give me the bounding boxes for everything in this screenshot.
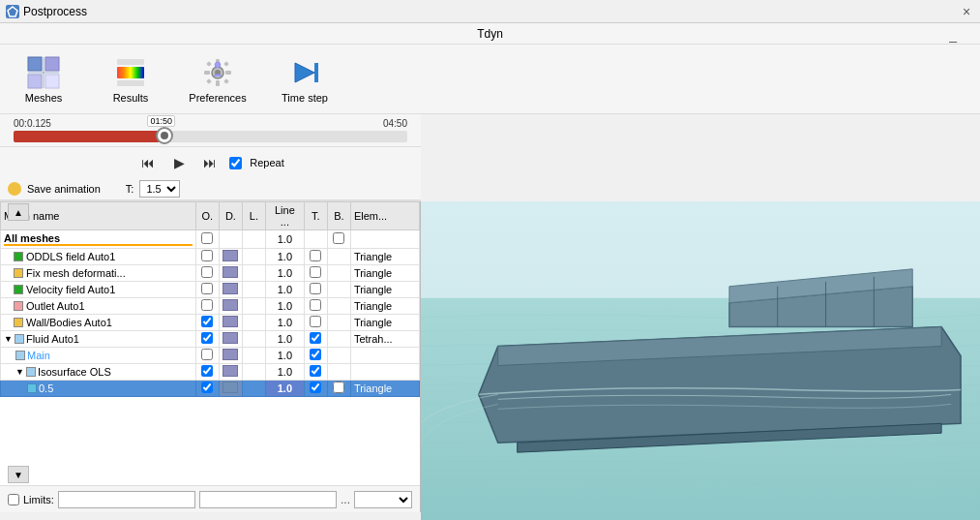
main-line: 1.0 — [265, 348, 304, 364]
outlet-label: Outlet Auto1 — [26, 300, 85, 312]
limits-dots-btn[interactable]: ... — [341, 493, 350, 506]
svg-rect-7 — [117, 67, 144, 78]
fluid-expand-icon[interactable]: ▼ — [4, 334, 13, 344]
outlet-o[interactable] — [195, 298, 219, 315]
main-d — [219, 348, 242, 364]
limits-checkbox[interactable] — [8, 494, 19, 505]
all-meshes-o[interactable] — [195, 230, 219, 249]
velocity-elem: Triangle — [350, 282, 419, 298]
repeat-checkbox[interactable] — [229, 157, 242, 169]
timeline-header: 00:0.125 04:50 — [14, 118, 407, 129]
svg-rect-3 — [28, 75, 42, 88]
fix-elem: Triangle — [350, 265, 419, 282]
preferences-label: Preferences — [189, 92, 246, 104]
all-meshes-o-check[interactable] — [201, 232, 213, 244]
col-d: D. — [219, 202, 242, 230]
list-item[interactable]: ODDLS field Auto1 1.0 Triangle — [1, 249, 420, 265]
limits-input-right[interactable] — [199, 491, 337, 508]
playback-controls: ⏮ ▶ ⏭ Repeat — [0, 147, 421, 178]
outlet-t[interactable] — [304, 298, 327, 315]
half-o[interactable] — [195, 381, 219, 397]
oddls-o-check[interactable] — [201, 250, 213, 261]
list-item[interactable]: Fix mesh deformati... 1.0 Triangle — [1, 265, 420, 282]
fluid-t[interactable] — [304, 331, 327, 348]
toolbar-preferences[interactable]: Preferences — [174, 46, 261, 112]
limits-dropdown[interactable] — [354, 491, 412, 508]
main-t[interactable] — [304, 348, 327, 364]
fluid-color — [15, 334, 24, 344]
timeline-track[interactable]: 01:50 — [14, 131, 407, 142]
toolbar-timestep[interactable]: Time step — [261, 46, 348, 112]
list-item[interactable]: Velocity field Auto1 1.0 Triangle — [1, 282, 420, 298]
list-item[interactable]: Main 1.0 — [1, 348, 420, 364]
toolbar-meshes[interactable]: Meshes — [0, 46, 87, 112]
svg-rect-9 — [117, 80, 144, 86]
velocity-o[interactable] — [195, 282, 219, 298]
limits-input-left[interactable] — [58, 491, 195, 508]
t-select[interactable]: 1.5 2.0 2.5 — [139, 180, 180, 198]
play-button[interactable]: ▶ — [167, 151, 191, 174]
scroll-down-button[interactable]: ▼ — [8, 466, 29, 483]
outlet-d — [219, 298, 242, 315]
svg-rect-19 — [223, 78, 229, 84]
minimize-button[interactable]: _ — [949, 27, 957, 43]
fix-t[interactable] — [304, 265, 327, 282]
isosurface-t[interactable] — [304, 364, 327, 381]
list-item[interactable]: Wall/Bodies Auto1 1.0 Triangle — [1, 315, 420, 331]
wall-t[interactable] — [304, 315, 327, 331]
all-meshes-row[interactable]: All meshes 1.0 — [1, 230, 420, 249]
oddls-t-check[interactable] — [310, 250, 321, 261]
table-header-row: Mesh name O. D. L. Line ... T. B. Elem..… — [1, 202, 420, 230]
oddls-t[interactable] — [304, 249, 327, 265]
toolbar-results[interactable]: Results — [87, 46, 174, 112]
all-meshes-elem — [350, 230, 419, 249]
oddls-o[interactable] — [195, 249, 219, 265]
meshes-icon — [26, 55, 61, 90]
left-panel: ▲ Mesh name O. D. L. Line ... T. B. Elem — [0, 201, 421, 512]
wall-b — [327, 315, 350, 331]
main-o[interactable] — [195, 348, 219, 364]
svg-rect-16 — [206, 61, 212, 67]
all-meshes-b[interactable] — [327, 230, 350, 249]
half-t[interactable] — [304, 381, 327, 397]
timeline-thumb[interactable] — [156, 127, 173, 144]
col-line: Line ... — [265, 202, 304, 230]
list-item[interactable]: 0.5 1.0 Triangle — [1, 381, 420, 397]
col-t: T. — [304, 202, 327, 230]
save-animation-label[interactable]: Save animation — [27, 183, 101, 195]
all-meshes-t — [304, 230, 327, 249]
fluid-elem: Tetrah... — [350, 331, 419, 348]
wall-color — [14, 318, 23, 327]
isosurface-o[interactable] — [195, 364, 219, 381]
svg-rect-17 — [223, 61, 229, 67]
close-button[interactable]: × — [959, 4, 974, 19]
velocity-t[interactable] — [304, 282, 327, 298]
half-b[interactable] — [327, 381, 350, 397]
all-meshes-line: 1.0 — [265, 230, 304, 249]
timeline-section: 00:0.125 04:50 01:50 — [0, 114, 421, 147]
results-label: Results — [113, 92, 149, 104]
half-d — [219, 381, 242, 397]
all-meshes-b-check[interactable] — [333, 232, 344, 244]
fast-forward-button[interactable]: ⏭ — [198, 151, 222, 174]
rewind-button[interactable]: ⏮ — [136, 151, 160, 174]
svg-rect-15 — [225, 71, 231, 75]
fluid-l — [242, 331, 265, 348]
list-item[interactable]: ▼ Isosurface OLS 1.0 — [1, 364, 420, 381]
timeline-value: 01:50 — [147, 115, 175, 127]
svg-rect-8 — [117, 59, 144, 65]
meshes-label: Meshes — [25, 92, 63, 104]
list-item[interactable]: Outlet Auto1 1.0 Triangle — [1, 298, 420, 315]
3d-view-svg — [421, 201, 980, 520]
list-item[interactable]: ▼ Fluid Auto1 1.0 Tetrah... — [1, 331, 420, 348]
fluid-o[interactable] — [195, 331, 219, 348]
fix-o[interactable] — [195, 265, 219, 282]
isosurface-l — [242, 364, 265, 381]
wall-l — [242, 315, 265, 331]
title-bar-left: Postprocess — [6, 5, 87, 18]
fix-label: Fix mesh deformati... — [26, 267, 126, 279]
isosurface-expand-icon[interactable]: ▼ — [15, 367, 24, 377]
wall-name: Wall/Bodies Auto1 — [1, 315, 196, 331]
scroll-up-button[interactable]: ▲ — [8, 203, 29, 221]
wall-o[interactable] — [195, 315, 219, 331]
